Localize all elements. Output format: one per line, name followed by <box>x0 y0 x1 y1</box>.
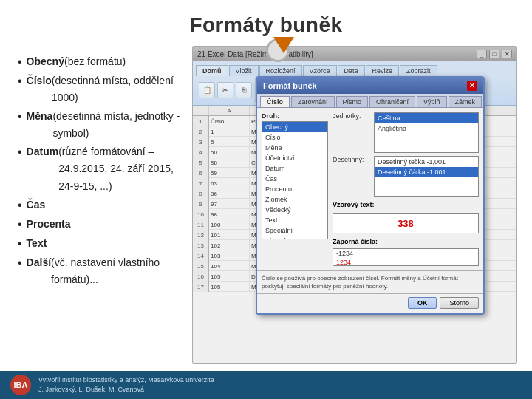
excel-window-controls: _ □ ✕ <box>477 50 512 58</box>
bullet-item-2: Měna (desetinná místa, jednotky - symbol… <box>15 108 185 142</box>
ribbon-tab-rozlozeni[interactable]: Rozložení <box>259 65 302 76</box>
category-item-4[interactable]: Datum <box>262 163 327 174</box>
bullet-item-7: Další (vč. nastavení vlastního formátu).… <box>15 254 185 288</box>
bullet-item-3: Datum (různé formátování – 24.9.2015, 24… <box>15 143 185 194</box>
cell-a-13[interactable]: 103 <box>209 250 250 261</box>
bullet-item-6: Text <box>15 235 185 253</box>
cell-a-0[interactable]: Číslo <box>209 116 250 126</box>
ribbon-tab-zobrazit[interactable]: Zobrazit <box>400 65 437 76</box>
category-item-3[interactable]: Účetnictví <box>262 153 327 163</box>
cell-a-9[interactable]: 98 <box>209 209 250 219</box>
excel-minimize-btn[interactable]: _ <box>477 50 487 58</box>
ribbon-copy-btn[interactable]: ⎘ <box>236 82 252 98</box>
negative-item-2[interactable]: 1234 <box>333 258 478 266</box>
category-item-2[interactable]: Měna <box>262 143 327 153</box>
dialog-cancel-btn[interactable]: Storno <box>440 297 479 309</box>
cell-a-4[interactable]: 58 <box>209 157 250 168</box>
dialog-footer: OK Storno <box>257 293 483 313</box>
cell-a-15[interactable]: 105 <box>209 271 250 282</box>
footer-logo: IBA <box>10 375 31 395</box>
cell-a-7[interactable]: 96 <box>209 188 250 199</box>
footer-line1: Vytvořil Institut biostatistiky a analýz… <box>38 375 214 385</box>
negative-listbox[interactable]: -1234 1234 -1234 -1234 <box>332 248 479 266</box>
cell-rownum-7: 8 <box>193 188 209 199</box>
category-label: Druh: <box>262 112 328 120</box>
cell-a-8[interactable]: 97 <box>209 199 250 209</box>
excel-close-btn[interactable]: ✕ <box>502 50 512 58</box>
cell-rownum-11: 12 <box>193 230 209 240</box>
ribbon-group-clipboard: 📋 ✂ ⎘ <box>196 78 256 102</box>
decimal-listbox[interactable]: Desetinný tečka -1,001 Desetinný čárka -… <box>374 156 479 197</box>
category-item-8[interactable]: Vědecký <box>262 205 327 215</box>
cell-a-2[interactable]: 5 <box>209 137 250 147</box>
dialog-tab-vypln[interactable]: Výplň <box>417 96 447 107</box>
category-item-0[interactable]: Obecný <box>262 122 327 132</box>
category-item-6[interactable]: Procento <box>262 184 327 194</box>
ribbon-tab-vlozit[interactable]: Vložit <box>229 65 259 76</box>
footer-line2: J. Jarkovský, L. Dušek, M. Cvanová <box>38 385 214 395</box>
ribbon-tab-domu[interactable]: Domů <box>196 65 228 76</box>
category-listbox[interactable]: ObecnýČísloMěnaÚčetnictvíDatumČasProcent… <box>262 121 328 239</box>
col-header-a: A <box>209 106 250 115</box>
cell-rownum-8: 9 <box>193 199 209 209</box>
negative-item-1[interactable]: -1234 <box>333 249 478 258</box>
page-footer: IBA Vytvořil Institut biostatistiky a an… <box>0 371 532 399</box>
dialog-tab-ohraniceni[interactable]: Ohraničení <box>369 96 415 107</box>
cell-a-12[interactable]: 102 <box>209 240 250 250</box>
footer-text: Vytvořil Institut biostatistiky a analýz… <box>38 375 214 394</box>
cell-rownum-13: 14 <box>193 250 209 261</box>
cell-rownum-16: 17 <box>193 282 209 292</box>
cell-rownum-10: 11 <box>193 219 209 230</box>
ribbon-cut-btn[interactable]: ✂ <box>217 82 233 98</box>
dialog-tab-zamek[interactable]: Zámek <box>449 96 482 107</box>
locale-item-cestina[interactable]: Čeština <box>375 113 478 123</box>
cell-rownum-0: 1 <box>193 116 209 126</box>
dialog-tab-zarovnani[interactable]: Zarovnání <box>291 96 335 107</box>
category-item-5[interactable]: Čas <box>262 174 327 184</box>
dialog-decimal-row: Desetinný: Desetinný tečka -1,001 Deseti… <box>332 156 479 197</box>
excel-maximize-btn[interactable]: □ <box>489 50 499 58</box>
cell-a-10[interactable]: 100 <box>209 219 250 230</box>
dialog-close-btn[interactable]: ✕ <box>467 81 477 91</box>
dialog-tab-cislo[interactable]: Číslo <box>260 96 290 107</box>
cell-a-6[interactable]: 63 <box>209 178 250 188</box>
locale-listbox[interactable]: Čeština Angličtina <box>374 112 479 153</box>
bullet-list: Obecný (bez formátu)Číslo (desetinná mís… <box>15 46 185 364</box>
cell-rownum-3: 4 <box>193 147 209 157</box>
decimal-label: Desetinný: <box>332 156 369 163</box>
page-title: Formáty buněk <box>0 0 532 46</box>
cell-a-5[interactable]: 59 <box>209 168 250 178</box>
dialog-ok-btn[interactable]: OK <box>408 297 437 309</box>
arrow-decoration <box>273 37 294 53</box>
cell-a-14[interactable]: 104 <box>209 261 250 271</box>
dialog-right-panel: Jednotky: Čeština Angličtina Desetinný: … <box>332 112 479 266</box>
ribbon-tab-data[interactable]: Data <box>338 65 365 76</box>
ribbon-tab-vzorce[interactable]: Vzorce <box>303 65 337 76</box>
cell-rownum-2: 3 <box>193 137 209 147</box>
category-item-9[interactable]: Text <box>262 215 327 225</box>
decimal-item-1[interactable]: Desetinný tečka -1,001 <box>375 157 478 167</box>
cell-a-3[interactable]: 50 <box>209 147 250 157</box>
ribbon-paste-btn[interactable]: 📋 <box>199 82 215 98</box>
ribbon-tab-revize[interactable]: Revize <box>366 65 400 76</box>
excel-titlebar: 21 Excel Data [Režim kompatibility] _ □ … <box>193 47 516 61</box>
cell-rownum-5: 6 <box>193 168 209 178</box>
cell-a-11[interactable]: 101 <box>209 230 250 240</box>
bullet-item-1: Číslo (desetinná místa, oddělení 1000) <box>15 72 185 106</box>
excel-title-text: 21 Excel Data [Režim kompatibility] <box>197 50 313 58</box>
cell-rownum-1: 2 <box>193 126 209 137</box>
bullet-item-0: Obecný (bez formátu) <box>15 53 185 71</box>
category-item-10[interactable]: Speciální <box>262 225 327 236</box>
preview-box: 338 <box>332 213 479 233</box>
dialog-title: Formát buněk <box>263 81 317 90</box>
cell-rownum-15: 16 <box>193 271 209 282</box>
cell-a-16[interactable]: 105 <box>209 282 250 292</box>
category-item-11[interactable]: Vlastní <box>262 236 327 239</box>
decimal-item-2[interactable]: Desetinný čárka -1,001 <box>375 167 478 177</box>
category-item-7[interactable]: Zlomek <box>262 194 327 205</box>
cell-a-1[interactable]: 1 <box>209 126 250 137</box>
category-item-1[interactable]: Číslo <box>262 132 327 143</box>
locale-item-anglictina[interactable]: Angličtina <box>375 123 478 134</box>
dialog-tab-pismo[interactable]: Písmo <box>336 96 369 107</box>
format-cells-dialog: Formát buněk ✕ Číslo Zarovnání Písmo Ohr… <box>256 76 485 315</box>
